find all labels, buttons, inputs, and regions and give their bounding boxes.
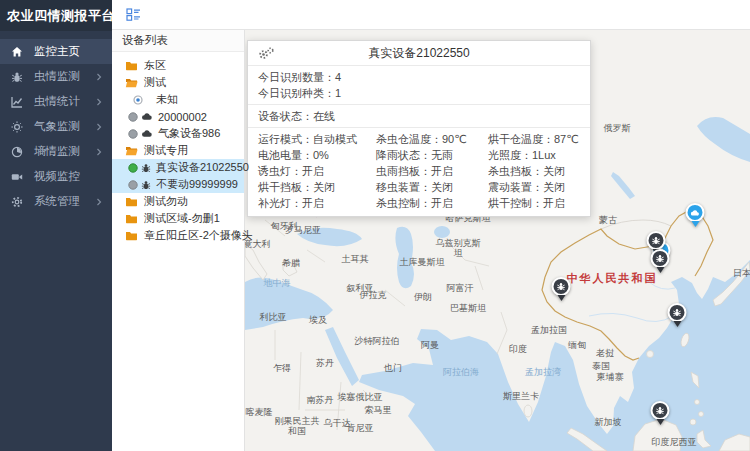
- country-label: 利比亚: [260, 311, 287, 324]
- tree-item-label: 测试专用: [144, 143, 188, 158]
- country-label: 土耳其: [342, 253, 369, 266]
- sidebar-item-insect-monitor[interactable]: 虫情监测: [0, 64, 112, 89]
- home-icon: [11, 46, 25, 58]
- bug-icon: [656, 406, 665, 415]
- folder-open-icon: [125, 77, 138, 88]
- tree-device[interactable]: 气象设备986: [112, 125, 244, 142]
- sea-label: 阿拉伯海: [443, 366, 479, 379]
- popup-field: 移虫装置：关闭: [366, 179, 478, 195]
- sidebar-item-weather-monitor[interactable]: 气象监测: [0, 114, 112, 139]
- marker-tail: [691, 221, 699, 227]
- tree-device[interactable]: 真实设备21022550: [112, 159, 244, 176]
- chevron-right-icon: [95, 123, 103, 131]
- tree-device[interactable]: 不要动99999999: [112, 176, 244, 193]
- country-label: 阿富汗: [447, 282, 474, 295]
- popup-stats-section: 今日识别数量：4 今日识别种类：1: [248, 66, 590, 105]
- video-icon: [11, 171, 25, 183]
- tree-item-label: 气象设备986: [158, 126, 220, 141]
- bug-icon: [652, 236, 661, 245]
- sidebar: 农业四情测报平台 监控主页虫情监测虫情统计气象监测墒情监测视频监控系统管理: [0, 0, 112, 451]
- device-tree: 东区测试未知20000002气象设备986测试专用真实设备21022550不要动…: [112, 52, 244, 244]
- topbar: [112, 0, 750, 30]
- sidebar-item-system-admin[interactable]: 系统管理: [0, 189, 112, 214]
- popup-field: 烘干控制：开启: [478, 195, 590, 211]
- sidebar-item-insect-stats[interactable]: 虫情统计: [0, 89, 112, 114]
- bug-icon: [557, 282, 566, 291]
- popup-field: 震动装置：关闭: [478, 179, 590, 195]
- popup-status-section: 设备状态：在线: [248, 105, 590, 128]
- tree-folder[interactable]: 测试勿动: [112, 193, 244, 210]
- tree-folder[interactable]: 测试专用: [112, 142, 244, 159]
- country-label: 俄罗斯: [604, 122, 631, 135]
- weather-device-marker[interactable]: [686, 203, 705, 227]
- country-label: 埃及: [309, 314, 327, 327]
- sidebar-item-label: 气象监测: [34, 119, 95, 134]
- popup-field: 补光灯：开启: [248, 195, 366, 211]
- country-label: 埃塞俄比亚: [338, 391, 383, 404]
- country-label: 沙特阿拉伯: [355, 335, 400, 348]
- popup-header: 真实设备21022550: [248, 41, 590, 66]
- status-dot-grey: [128, 180, 138, 190]
- tree-item-label: 不要动99999999: [156, 177, 238, 192]
- map-aral-sea: [434, 226, 450, 238]
- tree-item-label: 未知: [156, 92, 178, 107]
- moisture-icon: [11, 146, 25, 158]
- popup-field: 诱虫灯：开启: [248, 163, 366, 179]
- country-label: 乌兹别克斯坦: [434, 238, 482, 258]
- country-label: 希腊: [282, 257, 300, 270]
- gear-icon: [11, 196, 25, 208]
- tree-device[interactable]: 20000002: [112, 108, 244, 125]
- tree-item-label: 章丘阳丘区-2个摄像头: [144, 228, 253, 243]
- marker-tail: [673, 321, 681, 327]
- sidebar-item-monitor-home[interactable]: 监控主页: [0, 39, 112, 64]
- bug-icon: [141, 163, 151, 173]
- popup-field: 杀虫控制：开启: [366, 195, 478, 211]
- sidebar-item-label: 墒情监测: [34, 144, 95, 159]
- insect-device-marker[interactable]: [668, 303, 687, 327]
- sidebar-item-label: 视频监控: [34, 169, 103, 184]
- country-label: 老挝: [596, 347, 614, 360]
- sidebar-item-video-monitor[interactable]: 视频监控: [0, 164, 112, 189]
- map-canvas[interactable]: 俄罗斯哈萨克斯坦蒙古日本中华人民共和国捷克乌克兰匈牙利罗马尼亚意大利希腊土耳其叙…: [245, 30, 750, 451]
- popup-field: 烘干挡板：关闭: [248, 179, 366, 195]
- country-label: 苏丹: [316, 357, 334, 370]
- insect-device-marker[interactable]: [651, 401, 670, 425]
- device-list-toggle-icon[interactable]: [126, 8, 141, 21]
- chevron-right-icon: [95, 73, 103, 81]
- tree-item-label: 测试: [144, 75, 166, 90]
- settings-gears-icon[interactable]: [257, 46, 275, 61]
- insect-device-marker[interactable]: [651, 249, 670, 273]
- popup-field: 降雨状态：无雨: [366, 147, 478, 163]
- device-panel-title: 设备列表: [112, 30, 244, 52]
- tree-folder[interactable]: 章丘阳丘区-2个摄像头: [112, 227, 244, 244]
- country-label: 索马里: [365, 404, 392, 417]
- sidebar-menu: 监控主页虫情监测虫情统计气象监测墒情监测视频监控系统管理: [0, 31, 112, 214]
- popup-field: 电池电量：0%: [248, 147, 366, 163]
- cloud-icon: [141, 129, 153, 138]
- tree-folder[interactable]: 测试区域-勿删1: [112, 210, 244, 227]
- marker-head: [686, 203, 705, 222]
- target-icon: [133, 95, 143, 105]
- country-label: 伊拉克: [360, 289, 387, 302]
- sidebar-item-soil-monitor[interactable]: 墒情监测: [0, 139, 112, 164]
- country-label: 印度: [509, 343, 527, 356]
- tree-folder[interactable]: 测试: [112, 74, 244, 91]
- marker-tail: [656, 267, 664, 273]
- tree-item-label: 测试区域-勿删1: [144, 211, 220, 226]
- country-label: 伊朗: [414, 291, 432, 304]
- marker-head: [552, 277, 571, 296]
- country-label: 蒙古: [599, 214, 617, 227]
- marker-head: [651, 249, 670, 268]
- tree-folder[interactable]: 东区: [112, 57, 244, 74]
- chevron-right-icon: [95, 148, 103, 156]
- insect-device-marker[interactable]: [552, 277, 571, 301]
- folder-closed-icon: [125, 196, 138, 207]
- app-root: 农业四情测报平台 监控主页虫情监测虫情统计气象监测墒情监测视频监控系统管理 设备…: [0, 0, 750, 451]
- bug-icon: [11, 71, 25, 83]
- cloud-icon: [141, 112, 153, 121]
- country-label: 罗马尼亚: [285, 224, 321, 237]
- marker-tail: [557, 295, 565, 301]
- tree-device[interactable]: 未知: [112, 91, 244, 108]
- map-sri-lanka: [524, 405, 532, 417]
- sea-label: 孟加拉湾: [525, 366, 561, 379]
